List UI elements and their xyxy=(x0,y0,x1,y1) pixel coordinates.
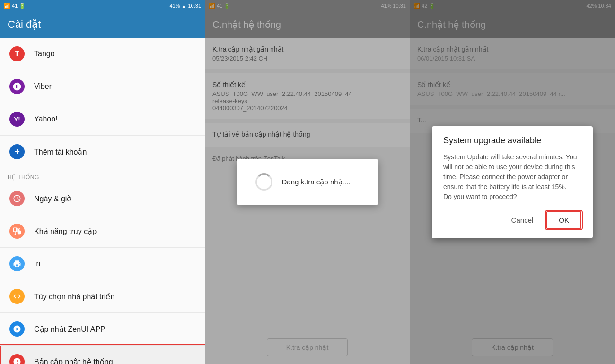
settings-item-system-update[interactable]: Bản cập nhật hệ thống xyxy=(0,346,205,364)
settings-item-viber[interactable]: Viber xyxy=(0,70,205,103)
upgrade-dialog: System upgrade available System Update w… xyxy=(432,126,593,238)
yahoo-icon-wrap: Y! xyxy=(8,110,26,129)
hand-icon xyxy=(9,224,25,239)
dialog-ok-button[interactable]: OK xyxy=(546,211,581,229)
settings-item-datetime[interactable]: Ngày & giờ xyxy=(0,182,205,215)
tango-icon-wrap: T xyxy=(8,44,26,63)
loading-dialog: Đang k.tra cập nhật... xyxy=(237,159,378,205)
panel-update2: 📶 42 🔋 42% 10:34 C.nhật hệ thống K.tra c… xyxy=(410,0,615,364)
tango-icon: T xyxy=(9,46,25,61)
developer-icon-wrap xyxy=(8,287,26,306)
status-time-1: 41% ▲ 10:31 xyxy=(169,3,201,9)
settings-item-print[interactable]: In xyxy=(0,248,205,280)
print-icon-wrap xyxy=(8,254,26,273)
status-bar-left-1: 📶 41 🔋 xyxy=(4,3,26,9)
accessibility-icon-wrap xyxy=(8,222,26,241)
tango-label: Tango xyxy=(34,50,55,58)
zenui-label: Cập nhật ZenUI APP xyxy=(34,325,105,334)
print-label: In xyxy=(34,260,40,268)
panel-update1: 📶 41 🔋 41% 10:31 C.nhật hệ thống K.tra c… xyxy=(205,0,410,364)
yahoo-label: Yahoo! xyxy=(34,115,58,123)
accessibility-label: Khả năng truy cập xyxy=(34,227,97,236)
system-section-header: HỆ THỐNG xyxy=(0,168,205,182)
system-update-icon xyxy=(9,354,25,364)
datetime-icon-wrap xyxy=(8,189,26,208)
upgrade-dialog-message: System Update will take several minutes.… xyxy=(443,152,581,202)
settings-item-developer[interactable]: Tùy chọn nhà phát triển xyxy=(0,280,205,313)
developer-label: Tùy chọn nhà phát triển xyxy=(34,292,114,301)
add-account-label: Thêm tài khoản xyxy=(34,147,87,156)
zenui-icon-wrap xyxy=(8,320,26,338)
loading-overlay: Đang k.tra cập nhật... xyxy=(205,0,410,364)
status-bar-1: 📶 41 🔋 41% ▲ 10:31 xyxy=(0,0,205,11)
developer-icon xyxy=(9,289,25,304)
add-account-icon-wrap: + xyxy=(8,142,26,161)
dialog-buttons: Cancel OK xyxy=(443,211,581,229)
settings-title: Cài đặt xyxy=(8,18,41,31)
settings-item-add-account[interactable]: + Thêm tài khoản xyxy=(0,136,205,168)
dialog-overlay: System upgrade available System Update w… xyxy=(410,0,615,364)
system-update-icon-wrap xyxy=(8,352,26,364)
upgrade-dialog-title: System upgrade available xyxy=(443,136,581,146)
datetime-label: Ngày & giờ xyxy=(34,194,71,203)
clock-icon xyxy=(9,191,25,206)
loading-text: Đang k.tra cập nhật... xyxy=(282,178,351,186)
dialog-cancel-button[interactable]: Cancel xyxy=(504,211,541,229)
settings-item-accessibility[interactable]: Khả năng truy cập xyxy=(0,215,205,248)
zenui-icon xyxy=(9,321,25,337)
print-icon xyxy=(9,256,25,271)
settings-item-yahoo[interactable]: Y! Yahoo! xyxy=(0,103,205,136)
settings-header: Cài đặt xyxy=(0,11,205,38)
viber-icon-wrap xyxy=(8,77,26,96)
loading-spinner xyxy=(255,173,272,191)
viber-label: Viber xyxy=(34,82,52,91)
status-bar-right-1: 41% ▲ 10:31 xyxy=(169,3,201,9)
yahoo-icon: Y! xyxy=(9,112,25,127)
status-icons-left-1: 📶 41 🔋 xyxy=(4,3,26,9)
system-update-label: Bản cập nhật hệ thống xyxy=(34,357,113,364)
settings-item-tango[interactable]: T Tango xyxy=(0,38,205,70)
settings-list: T Tango Viber Y! Yahoo! + Thêm tài xyxy=(0,38,205,364)
viber-icon xyxy=(9,79,25,94)
panel-settings: 📶 41 🔋 41% ▲ 10:31 Cài đặt T Tango Viber xyxy=(0,0,205,364)
add-icon: + xyxy=(9,144,25,159)
settings-item-zenui[interactable]: Cập nhật ZenUI APP xyxy=(0,313,205,346)
